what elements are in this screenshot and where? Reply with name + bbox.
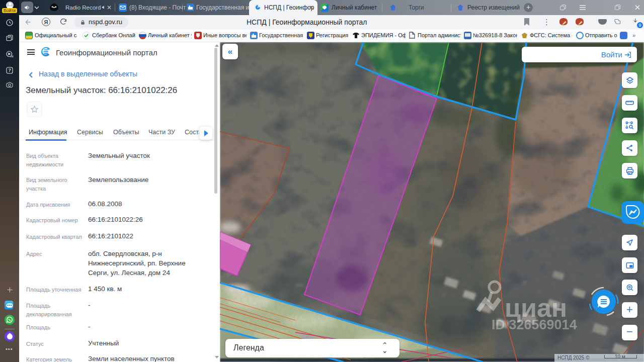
svg-text:ID 326569014: ID 326569014 <box>492 317 577 332</box>
